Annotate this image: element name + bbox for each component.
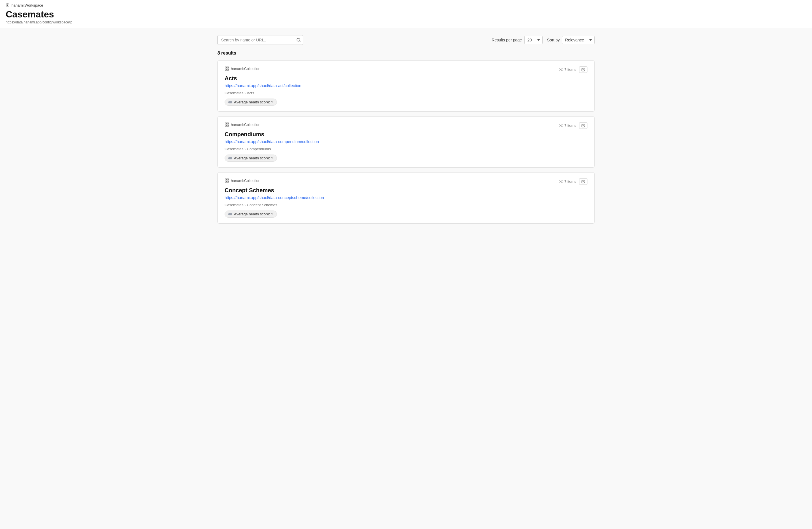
breadcrumb-child-acts: Acts (247, 91, 254, 95)
right-controls: Results per page 10 20 50 100 Sort by Re… (492, 36, 595, 44)
breadcrumb-parent-concept-schemes: Casemates (224, 203, 243, 207)
health-label-acts: Average health score: ? (234, 100, 273, 104)
edit-button-compendiums[interactable] (579, 122, 588, 129)
breadcrumb-parent-acts: Casemates (224, 91, 243, 95)
svg-rect-10 (225, 125, 227, 126)
database-icon: 🗄 (6, 3, 10, 8)
breadcrumb-child-compendiums: Compendiums (247, 147, 271, 151)
card-compendiums: hanami:Collection ? items (217, 116, 595, 168)
main-content: Results per page 10 20 50 100 Sort by Re… (206, 28, 606, 235)
card-link-concept-schemes[interactable]: https://hanami.app/shacl/data-conceptsch… (224, 195, 588, 200)
health-label-concept-schemes: Average health score: ? (234, 212, 273, 216)
top-header: 🗄 hanami:Workspace Casemates https://dat… (0, 0, 812, 28)
per-page-select[interactable]: 10 20 50 100 (524, 36, 542, 44)
page-title: Casemates (6, 9, 806, 20)
card-header-concept-schemes: hanami:Collection ? items (224, 178, 588, 185)
card-title-acts: Acts (224, 75, 588, 82)
card-actions-concept-schemes: ? items (559, 178, 588, 185)
items-count-acts: ? items (559, 68, 576, 72)
sort-by-group: Sort by Relevance Name (A-Z) Name (Z-A) (547, 36, 595, 44)
card-header-compendiums: hanami:Collection ? items (224, 122, 588, 129)
card-acts: hanami:Collection ? items (217, 60, 595, 112)
svg-rect-9 (227, 125, 229, 126)
card-type-compendiums: hanami:Collection (224, 122, 260, 127)
search-wrapper (217, 35, 303, 45)
card-link-compendiums[interactable]: https://hanami.app/shacl/data-compendium… (224, 139, 588, 144)
health-dot-acts (228, 101, 232, 103)
health-badge-acts: Average health score: ? (224, 99, 277, 106)
items-label-acts: ? items (564, 68, 576, 72)
breadcrumb-arrow: › (245, 91, 246, 95)
edit-icon (581, 180, 585, 183)
card-type-concept-schemes: hanami:Collection (224, 178, 260, 183)
workspace-name: hanami:Workspace (11, 3, 43, 8)
card-type-label-compendiums: hanami:Collection (231, 122, 260, 127)
search-input[interactable] (217, 35, 303, 45)
sort-by-label: Sort by (547, 38, 560, 42)
svg-rect-15 (225, 181, 227, 182)
edit-button-acts[interactable] (579, 66, 588, 73)
svg-point-16 (560, 180, 561, 181)
health-dot-compendiums (228, 157, 232, 159)
items-label-concept-schemes: ? items (564, 179, 576, 183)
edit-button-concept-schemes[interactable] (579, 178, 588, 185)
card-title-compendiums: Compendiums (224, 131, 588, 138)
page-url: https://data.hanami.app/config/workspace… (6, 20, 806, 24)
search-button[interactable] (296, 38, 301, 42)
items-count-compendiums: ? items (559, 123, 576, 128)
svg-rect-3 (227, 67, 229, 68)
card-actions-compendiums: ? items (559, 122, 588, 129)
people-icon (559, 123, 563, 128)
per-page-group: Results per page 10 20 50 100 (492, 36, 542, 44)
health-dot-concept-schemes (228, 213, 232, 215)
edit-icon (581, 124, 585, 128)
edit-icon (581, 68, 585, 71)
breadcrumb-child-concept-schemes: Concept Schemes (247, 203, 277, 207)
breadcrumb-arrow: › (245, 147, 246, 151)
per-page-label: Results per page (492, 38, 522, 42)
card-actions-acts: ? items (559, 66, 588, 73)
collection-icon (224, 122, 229, 127)
svg-rect-14 (227, 181, 229, 182)
card-concept-schemes: hanami:Collection ? items (217, 172, 595, 224)
sort-by-select[interactable]: Relevance Name (A-Z) Name (Z-A) (562, 36, 595, 44)
breadcrumb-concept-schemes: Casemates › Concept Schemes (224, 203, 588, 207)
card-link-acts[interactable]: https://hanami.app/shacl/data-act/collec… (224, 84, 588, 88)
health-badge-compendiums: Average health score: ? (224, 155, 277, 162)
card-header-acts: hanami:Collection ? items (224, 66, 588, 73)
breadcrumb-parent-compendiums: Casemates (224, 147, 243, 151)
health-label-compendiums: Average health score: ? (234, 156, 273, 160)
toolbar: Results per page 10 20 50 100 Sort by Re… (217, 35, 595, 45)
card-type-label-acts: hanami:Collection (231, 67, 260, 71)
svg-rect-13 (227, 179, 229, 180)
cards-list: hanami:Collection ? items (217, 60, 595, 224)
card-title-concept-schemes: Concept Schemes (224, 187, 588, 194)
breadcrumb-acts: Casemates › Acts (224, 91, 588, 95)
workspace-label: 🗄 hanami:Workspace (6, 3, 806, 8)
svg-line-1 (300, 41, 300, 42)
collection-icon (224, 66, 229, 71)
svg-rect-2 (225, 67, 227, 68)
svg-point-11 (560, 124, 561, 126)
people-icon (559, 179, 563, 183)
card-type-acts: hanami:Collection (224, 66, 260, 71)
people-icon (559, 68, 563, 72)
svg-rect-5 (225, 69, 227, 70)
results-count: 8 results (217, 50, 595, 56)
breadcrumb-compendiums: Casemates › Compendiums (224, 147, 588, 151)
card-type-label-concept-schemes: hanami:Collection (231, 178, 260, 183)
svg-rect-8 (227, 123, 229, 124)
items-count-concept-schemes: ? items (559, 179, 576, 183)
svg-rect-4 (227, 69, 229, 70)
svg-rect-12 (225, 179, 227, 180)
svg-point-6 (560, 68, 561, 70)
health-badge-concept-schemes: Average health score: ? (224, 210, 277, 218)
breadcrumb-arrow: › (245, 203, 246, 207)
items-label-compendiums: ? items (564, 123, 576, 128)
svg-rect-7 (225, 123, 227, 124)
collection-icon (224, 178, 229, 183)
